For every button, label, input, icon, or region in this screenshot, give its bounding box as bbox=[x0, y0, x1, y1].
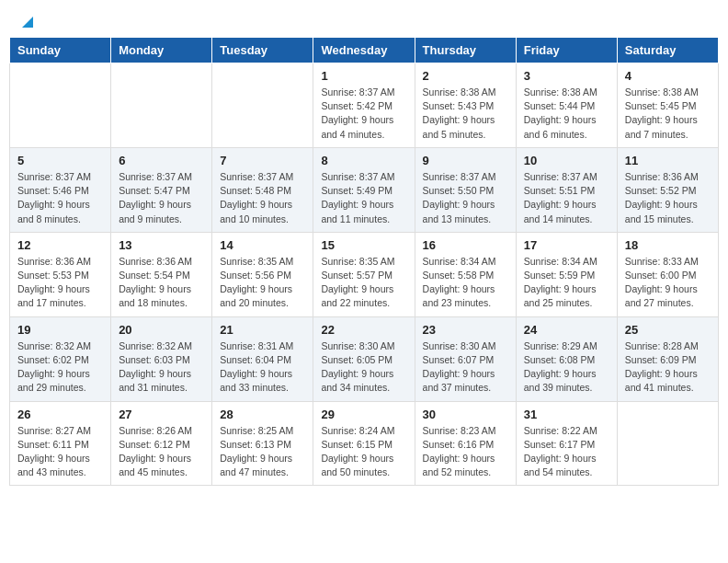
day-number: 16 bbox=[423, 238, 508, 252]
day-number: 8 bbox=[321, 154, 406, 167]
day-info: Sunrise: 8:32 AM Sunset: 6:03 PM Dayligh… bbox=[119, 339, 204, 396]
weekday-header-thursday: Thursday bbox=[415, 38, 516, 63]
day-info: Sunrise: 8:37 AM Sunset: 5:50 PM Dayligh… bbox=[423, 170, 508, 226]
day-info: Sunrise: 8:35 AM Sunset: 5:57 PM Dayligh… bbox=[321, 255, 406, 311]
day-number: 27 bbox=[119, 408, 204, 421]
day-info: Sunrise: 8:34 AM Sunset: 5:59 PM Dayligh… bbox=[524, 255, 609, 311]
day-info: Sunrise: 8:25 AM Sunset: 6:13 PM Dayligh… bbox=[220, 424, 305, 480]
calendar-cell: 1Sunrise: 8:37 AM Sunset: 5:42 PM Daylig… bbox=[313, 63, 415, 148]
day-number: 29 bbox=[321, 408, 406, 421]
day-number: 24 bbox=[524, 323, 609, 337]
day-info: Sunrise: 8:38 AM Sunset: 5:44 PM Dayligh… bbox=[524, 86, 609, 142]
day-info: Sunrise: 8:27 AM Sunset: 6:11 PM Dayligh… bbox=[17, 424, 103, 480]
calendar-cell: 5Sunrise: 8:37 AM Sunset: 5:46 PM Daylig… bbox=[10, 147, 111, 232]
calendar-cell: 23Sunrise: 8:30 AM Sunset: 6:07 PM Dayli… bbox=[415, 316, 516, 401]
calendar-cell: 2Sunrise: 8:38 AM Sunset: 5:43 PM Daylig… bbox=[415, 63, 516, 148]
day-info: Sunrise: 8:30 AM Sunset: 6:05 PM Dayligh… bbox=[321, 339, 406, 396]
calendar-cell: 21Sunrise: 8:31 AM Sunset: 6:04 PM Dayli… bbox=[212, 316, 313, 401]
day-number: 1 bbox=[321, 69, 406, 83]
day-number: 20 bbox=[119, 323, 204, 337]
calendar-cell bbox=[111, 63, 212, 148]
page-header bbox=[0, 0, 728, 37]
day-number: 17 bbox=[524, 238, 609, 252]
day-info: Sunrise: 8:22 AM Sunset: 6:17 PM Dayligh… bbox=[524, 424, 609, 480]
day-info: Sunrise: 8:36 AM Sunset: 5:52 PM Dayligh… bbox=[625, 170, 711, 226]
calendar-cell: 22Sunrise: 8:30 AM Sunset: 6:05 PM Dayli… bbox=[313, 316, 415, 401]
day-number: 7 bbox=[220, 154, 305, 167]
day-info: Sunrise: 8:36 AM Sunset: 5:53 PM Dayligh… bbox=[17, 255, 103, 311]
day-number: 9 bbox=[423, 154, 508, 167]
calendar-cell: 19Sunrise: 8:32 AM Sunset: 6:02 PM Dayli… bbox=[10, 316, 111, 401]
calendar-week-row: 5Sunrise: 8:37 AM Sunset: 5:46 PM Daylig… bbox=[10, 147, 719, 232]
calendar-cell: 7Sunrise: 8:37 AM Sunset: 5:48 PM Daylig… bbox=[212, 147, 313, 232]
day-info: Sunrise: 8:37 AM Sunset: 5:49 PM Dayligh… bbox=[321, 170, 406, 226]
weekday-header-monday: Monday bbox=[111, 38, 212, 63]
calendar-cell: 8Sunrise: 8:37 AM Sunset: 5:49 PM Daylig… bbox=[313, 147, 415, 232]
day-info: Sunrise: 8:33 AM Sunset: 6:00 PM Dayligh… bbox=[625, 255, 711, 311]
logo bbox=[18, 17, 35, 29]
day-info: Sunrise: 8:23 AM Sunset: 6:16 PM Dayligh… bbox=[423, 424, 508, 480]
day-number: 13 bbox=[119, 238, 204, 252]
day-info: Sunrise: 8:37 AM Sunset: 5:42 PM Dayligh… bbox=[321, 86, 406, 142]
day-number: 11 bbox=[625, 154, 711, 167]
calendar-week-row: 26Sunrise: 8:27 AM Sunset: 6:11 PM Dayli… bbox=[10, 401, 719, 486]
calendar-week-row: 1Sunrise: 8:37 AM Sunset: 5:42 PM Daylig… bbox=[10, 63, 719, 148]
svg-marker-0 bbox=[22, 17, 33, 28]
weekday-header-row: SundayMondayTuesdayWednesdayThursdayFrid… bbox=[10, 38, 719, 63]
calendar-week-row: 12Sunrise: 8:36 AM Sunset: 5:53 PM Dayli… bbox=[10, 232, 719, 316]
calendar-cell: 29Sunrise: 8:24 AM Sunset: 6:15 PM Dayli… bbox=[313, 401, 415, 486]
day-number: 5 bbox=[17, 154, 103, 167]
day-info: Sunrise: 8:37 AM Sunset: 5:48 PM Dayligh… bbox=[220, 170, 305, 226]
calendar-cell bbox=[212, 63, 313, 148]
calendar-cell: 6Sunrise: 8:37 AM Sunset: 5:47 PM Daylig… bbox=[111, 147, 212, 232]
day-info: Sunrise: 8:36 AM Sunset: 5:54 PM Dayligh… bbox=[119, 255, 204, 311]
calendar-cell: 10Sunrise: 8:37 AM Sunset: 5:51 PM Dayli… bbox=[516, 147, 617, 232]
day-number: 3 bbox=[524, 69, 609, 83]
calendar-cell: 28Sunrise: 8:25 AM Sunset: 6:13 PM Dayli… bbox=[212, 401, 313, 486]
day-info: Sunrise: 8:29 AM Sunset: 6:08 PM Dayligh… bbox=[524, 339, 609, 396]
calendar-cell: 31Sunrise: 8:22 AM Sunset: 6:17 PM Dayli… bbox=[516, 401, 617, 486]
calendar-cell: 20Sunrise: 8:32 AM Sunset: 6:03 PM Dayli… bbox=[111, 316, 212, 401]
day-info: Sunrise: 8:38 AM Sunset: 5:43 PM Dayligh… bbox=[423, 86, 508, 142]
calendar-cell: 11Sunrise: 8:36 AM Sunset: 5:52 PM Dayli… bbox=[617, 147, 718, 232]
calendar-cell bbox=[617, 401, 718, 486]
day-number: 25 bbox=[625, 323, 711, 337]
calendar-cell: 24Sunrise: 8:29 AM Sunset: 6:08 PM Dayli… bbox=[516, 316, 617, 401]
day-number: 26 bbox=[17, 408, 103, 421]
weekday-header-saturday: Saturday bbox=[617, 38, 718, 63]
calendar-cell bbox=[10, 63, 111, 148]
calendar-header: SundayMondayTuesdayWednesdayThursdayFrid… bbox=[10, 38, 719, 63]
calendar-cell: 4Sunrise: 8:38 AM Sunset: 5:45 PM Daylig… bbox=[617, 63, 718, 148]
day-number: 22 bbox=[321, 323, 406, 337]
day-info: Sunrise: 8:37 AM Sunset: 5:51 PM Dayligh… bbox=[524, 170, 609, 226]
day-number: 21 bbox=[220, 323, 305, 337]
calendar-cell: 30Sunrise: 8:23 AM Sunset: 6:16 PM Dayli… bbox=[415, 401, 516, 486]
day-info: Sunrise: 8:31 AM Sunset: 6:04 PM Dayligh… bbox=[220, 339, 305, 396]
calendar-cell: 25Sunrise: 8:28 AM Sunset: 6:09 PM Dayli… bbox=[617, 316, 718, 401]
day-number: 10 bbox=[524, 154, 609, 167]
day-number: 2 bbox=[423, 69, 508, 83]
day-info: Sunrise: 8:37 AM Sunset: 5:46 PM Dayligh… bbox=[17, 170, 103, 226]
day-number: 23 bbox=[423, 323, 508, 337]
day-info: Sunrise: 8:38 AM Sunset: 5:45 PM Dayligh… bbox=[625, 86, 711, 142]
day-number: 15 bbox=[321, 238, 406, 252]
day-number: 12 bbox=[17, 238, 103, 252]
day-info: Sunrise: 8:35 AM Sunset: 5:56 PM Dayligh… bbox=[220, 255, 305, 311]
day-number: 31 bbox=[524, 408, 609, 421]
calendar-cell: 14Sunrise: 8:35 AM Sunset: 5:56 PM Dayli… bbox=[212, 232, 313, 316]
day-info: Sunrise: 8:32 AM Sunset: 6:02 PM Dayligh… bbox=[17, 339, 103, 396]
weekday-header-friday: Friday bbox=[516, 38, 617, 63]
day-number: 14 bbox=[220, 238, 305, 252]
day-number: 18 bbox=[625, 238, 711, 252]
weekday-header-wednesday: Wednesday bbox=[313, 38, 415, 63]
day-number: 4 bbox=[625, 69, 711, 83]
day-number: 30 bbox=[423, 408, 508, 421]
calendar-cell: 18Sunrise: 8:33 AM Sunset: 6:00 PM Dayli… bbox=[617, 232, 718, 316]
day-info: Sunrise: 8:24 AM Sunset: 6:15 PM Dayligh… bbox=[321, 424, 406, 480]
day-info: Sunrise: 8:30 AM Sunset: 6:07 PM Dayligh… bbox=[423, 339, 508, 396]
calendar-week-row: 19Sunrise: 8:32 AM Sunset: 6:02 PM Dayli… bbox=[10, 316, 719, 401]
day-number: 6 bbox=[119, 154, 204, 167]
calendar-cell: 27Sunrise: 8:26 AM Sunset: 6:12 PM Dayli… bbox=[111, 401, 212, 486]
calendar-body: 1Sunrise: 8:37 AM Sunset: 5:42 PM Daylig… bbox=[10, 63, 719, 486]
calendar-cell: 3Sunrise: 8:38 AM Sunset: 5:44 PM Daylig… bbox=[516, 63, 617, 148]
